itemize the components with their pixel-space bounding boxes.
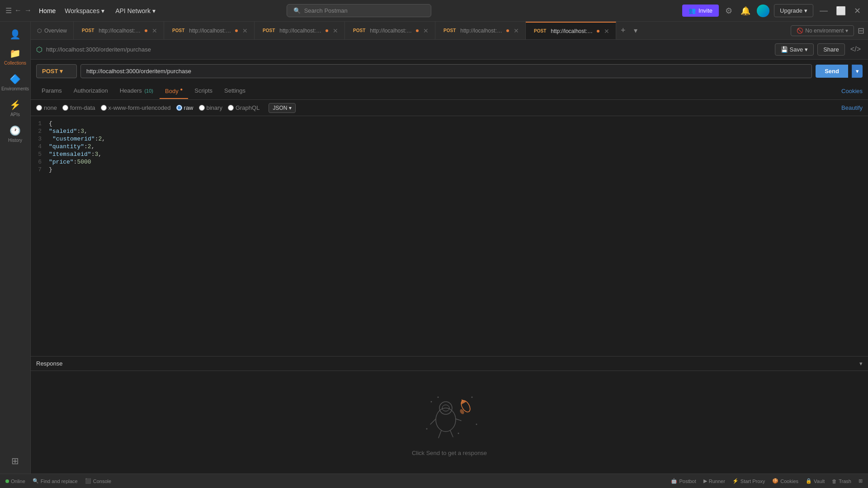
- runner-icon: ▶: [703, 478, 707, 484]
- back-icon[interactable]: ←: [14, 6, 22, 15]
- console-button[interactable]: ⬛ Console: [85, 478, 111, 484]
- tab-close-icon[interactable]: ✕: [242, 27, 248, 34]
- layout-icon[interactable]: ⊟: [858, 26, 864, 36]
- radio-none[interactable]: none: [36, 104, 57, 111]
- url-input[interactable]: [80, 64, 812, 78]
- tab-url: http://localhost:3000,: [279, 28, 323, 34]
- layout-toggle[interactable]: ⊞: [859, 478, 863, 484]
- find-replace-button[interactable]: 🔍 Find and replace: [33, 478, 78, 484]
- invite-button[interactable]: 👥 Invite: [682, 5, 719, 17]
- beautify-link[interactable]: Beautify: [841, 104, 863, 111]
- tab-dot: [416, 29, 419, 32]
- tab-4[interactable]: POST http://localhost:3000, ✕: [345, 22, 435, 40]
- cookies-status-button[interactable]: 🍪 Cookies: [772, 478, 798, 484]
- code-line-5: 5 "itemsaleid":3,: [31, 150, 868, 158]
- save-button[interactable]: 💾 Save ▾: [775, 43, 814, 56]
- env-label: No environment: [805, 28, 844, 34]
- tab-authorization[interactable]: Authorization: [68, 84, 113, 99]
- share-button[interactable]: Share: [817, 43, 845, 56]
- search-icon: 🔍: [293, 7, 301, 14]
- request-path: ⬡ http://localhost:3000/orderitem/purcha…: [36, 45, 771, 54]
- bell-icon[interactable]: 🔔: [739, 4, 752, 18]
- request-path-label: http://localhost:3000/orderitem/purchase: [46, 46, 151, 53]
- cookies-icon: 🍪: [772, 478, 778, 484]
- tab-1[interactable]: POST http://localhost:3000, ✕: [74, 22, 164, 40]
- tabs-chevron-icon[interactable]: ▾: [630, 26, 641, 35]
- flows-icon: ⊞: [11, 455, 19, 466]
- add-tab-button[interactable]: +: [616, 26, 630, 35]
- sidebar-item-flows[interactable]: ⊞: [2, 452, 29, 470]
- status-online[interactable]: Online: [5, 479, 25, 484]
- request-tab-icon: ⬡: [36, 45, 42, 54]
- json-type-selector[interactable]: JSON ▾: [269, 103, 296, 113]
- method-url-row: POST ▾ Send ▾: [31, 60, 868, 83]
- runner-button[interactable]: ▶ Runner: [703, 478, 725, 484]
- tab-close-icon[interactable]: ✕: [423, 27, 429, 34]
- forward-icon[interactable]: →: [24, 6, 32, 15]
- tab-close-icon[interactable]: ✕: [604, 28, 609, 35]
- response-empty-text: Click Send to get a response: [412, 450, 487, 456]
- svg-point-0: [436, 408, 456, 432]
- tab-5[interactable]: POST http://localhost:3000, ✕: [435, 22, 526, 40]
- tab-body[interactable]: Body ●: [160, 83, 188, 99]
- postbot-button[interactable]: 🤖 Postbot: [671, 478, 696, 484]
- close-icon[interactable]: ✕: [852, 4, 863, 18]
- svg-point-14: [476, 424, 477, 425]
- response-body: Click Send to get a response: [31, 371, 868, 474]
- response-label: Response: [36, 360, 63, 367]
- start-proxy-button[interactable]: ⚡ Start Proxy: [732, 478, 765, 484]
- tab-overview[interactable]: ⬡ Overview: [31, 22, 74, 40]
- search-bar[interactable]: 🔍 Search Postman: [287, 4, 431, 17]
- send-dropdown-button[interactable]: ▾: [852, 65, 863, 78]
- code-editor[interactable]: 1 { 2 "saleid":3, 3 "customerid":2, 4 "q…: [31, 116, 868, 356]
- tab-close-icon[interactable]: ✕: [514, 27, 519, 34]
- method-select[interactable]: POST ▾: [36, 64, 77, 78]
- avatar[interactable]: [757, 5, 769, 17]
- user-icon: 👤: [9, 29, 21, 40]
- tab-6-active[interactable]: POST http://localhost:3000, ✕: [526, 22, 616, 40]
- sidebar-item-collections[interactable]: 📁 Collections: [2, 44, 29, 69]
- sidebar-item-user[interactable]: 👤: [2, 25, 29, 43]
- code-icon[interactable]: </>: [849, 43, 863, 56]
- sidebar-item-history[interactable]: 🕐 History: [2, 122, 29, 146]
- environment-selector[interactable]: 🚫 No environment ▾: [791, 25, 854, 36]
- sidebar-item-environments[interactable]: 🔷 Environments: [2, 70, 29, 95]
- upgrade-button[interactable]: Upgrade ▾: [774, 4, 813, 17]
- radio-raw[interactable]: raw: [176, 104, 193, 111]
- sidebar-item-apis[interactable]: ⚡ APIs: [2, 96, 29, 121]
- collections-icon: 📁: [9, 48, 21, 59]
- cookies-link[interactable]: Cookies: [841, 88, 863, 94]
- tab-url: http://localhost:3000,: [99, 28, 142, 34]
- svg-line-4: [456, 419, 461, 421]
- request-bar: ⬡ http://localhost:3000/orderitem/purcha…: [31, 40, 868, 60]
- svg-point-13: [458, 433, 459, 434]
- maximize-icon[interactable]: ⬜: [834, 4, 848, 18]
- settings-icon[interactable]: ⚙: [723, 4, 734, 18]
- method-label: POST: [42, 68, 58, 75]
- radio-x-www[interactable]: x-www-form-urlencoded: [101, 104, 171, 111]
- tab-scripts[interactable]: Scripts: [189, 84, 218, 99]
- tab-headers[interactable]: Headers (10): [114, 84, 159, 99]
- find-replace-icon: 🔍: [33, 478, 39, 484]
- radio-graphql[interactable]: GraphQL: [228, 104, 259, 111]
- workspaces-button[interactable]: Workspaces ▾: [61, 5, 108, 16]
- vault-button[interactable]: 🔒 Vault: [806, 478, 825, 484]
- tab-3[interactable]: POST http://localhost:3000, ✕: [255, 22, 345, 40]
- radio-binary[interactable]: binary: [199, 104, 222, 111]
- tab-close-icon[interactable]: ✕: [152, 27, 157, 34]
- vault-icon: 🔒: [806, 478, 812, 484]
- radio-form-data[interactable]: form-data: [62, 104, 95, 111]
- tab-settings[interactable]: Settings: [219, 84, 251, 99]
- api-network-button[interactable]: API Network ▾: [112, 5, 159, 16]
- minimize-icon[interactable]: —: [818, 4, 830, 17]
- body-tabs: Params Authorization Headers (10) Body ●…: [31, 83, 868, 100]
- response-chevron-icon[interactable]: ▾: [859, 360, 863, 367]
- tab-close-icon[interactable]: ✕: [333, 27, 338, 34]
- send-button[interactable]: Send: [816, 65, 848, 78]
- tab-params[interactable]: Params: [36, 84, 67, 99]
- code-line-3: 3 "customerid":2,: [31, 135, 868, 143]
- menu-icon[interactable]: ☰: [5, 6, 12, 15]
- tab-2[interactable]: POST http://localhost:3000, ✕: [164, 22, 255, 40]
- home-link[interactable]: Home: [39, 7, 56, 14]
- trash-button[interactable]: 🗑 Trash: [832, 479, 851, 484]
